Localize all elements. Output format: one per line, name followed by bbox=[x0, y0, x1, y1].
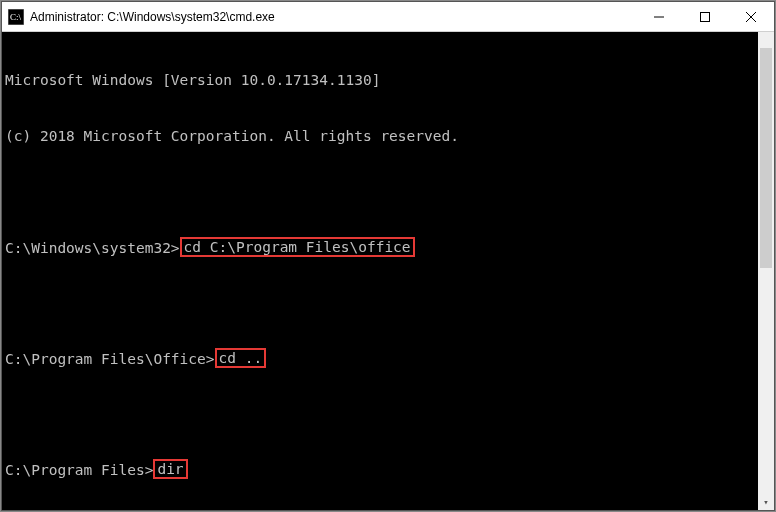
blank-line bbox=[2, 404, 774, 423]
vertical-scrollbar[interactable]: ▴ ▾ bbox=[758, 32, 774, 510]
maximize-button[interactable] bbox=[682, 2, 728, 31]
blank-line bbox=[2, 182, 774, 201]
window-controls bbox=[636, 2, 774, 31]
version-line: Microsoft Windows [Version 10.0.17134.11… bbox=[2, 71, 774, 90]
prompt-line-3: C:\Program Files>dir bbox=[2, 460, 774, 479]
highlight-cmd-3: dir bbox=[153, 459, 187, 479]
scroll-track[interactable] bbox=[758, 48, 774, 494]
window-title: Administrator: C:\Windows\system32\cmd.e… bbox=[30, 10, 636, 24]
svg-rect-3 bbox=[701, 12, 710, 21]
prompt-line-1: C:\Windows\system32>cd C:\Program Files\… bbox=[2, 238, 774, 257]
highlight-cmd-2: cd .. bbox=[215, 348, 267, 368]
scroll-thumb[interactable] bbox=[760, 48, 772, 268]
titlebar[interactable]: C:\ Administrator: C:\Windows\system32\c… bbox=[2, 2, 774, 32]
copyright-line: (c) 2018 Microsoft Corporation. All righ… bbox=[2, 127, 774, 146]
scroll-down-button[interactable]: ▾ bbox=[758, 494, 774, 510]
highlight-cmd-1: cd C:\Program Files\office bbox=[180, 237, 415, 257]
prompt-1: C:\Windows\system32> bbox=[5, 240, 180, 256]
terminal-area[interactable]: Microsoft Windows [Version 10.0.17134.11… bbox=[2, 32, 774, 510]
prompt-2: C:\Program Files\Office> bbox=[5, 351, 215, 367]
svg-text:C:\: C:\ bbox=[10, 12, 22, 22]
prompt-3: C:\Program Files> bbox=[5, 462, 153, 478]
close-button[interactable] bbox=[728, 2, 774, 31]
cmd-icon: C:\ bbox=[8, 9, 24, 25]
minimize-button[interactable] bbox=[636, 2, 682, 31]
cmd-window: C:\ Administrator: C:\Windows\system32\c… bbox=[1, 1, 775, 511]
blank-line bbox=[2, 293, 774, 312]
prompt-line-2: C:\Program Files\Office>cd .. bbox=[2, 349, 774, 368]
